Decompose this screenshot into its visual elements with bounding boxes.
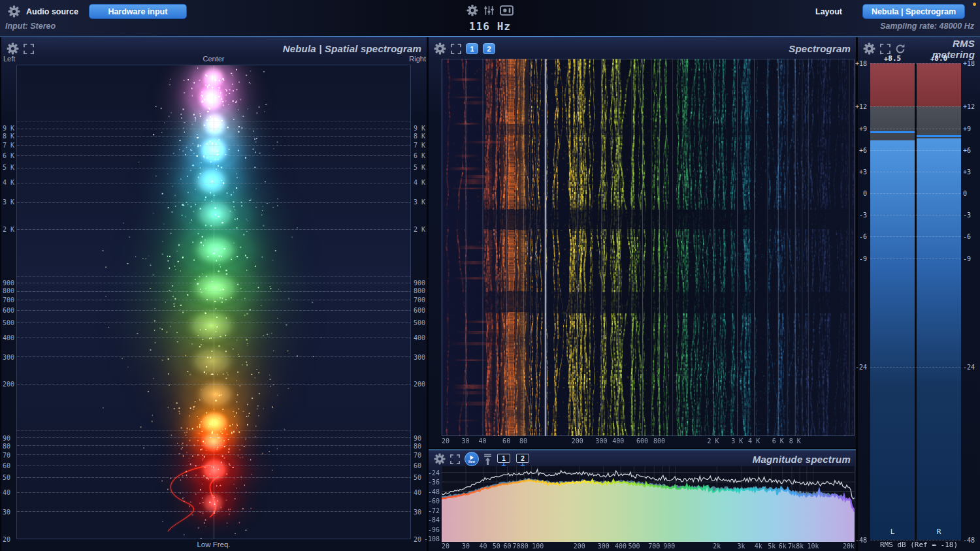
rms-caption: RMS dB (Ref = -18) — [858, 541, 980, 549]
spatial-title: Nebula | Spatial spectrogram — [39, 43, 421, 54]
spatial-freq-tick-label: 600 — [3, 307, 14, 314]
magnitude-freq-tick-label: 50 — [493, 543, 500, 550]
magnitude-fullscreen-icon[interactable] — [450, 454, 460, 464]
magnitude-freq-tick-label: 40 — [479, 543, 487, 550]
magnitude-area — [442, 480, 855, 542]
rms-scale-tick-label: +18 — [963, 60, 975, 67]
audio-source-label: Audio source — [26, 7, 78, 16]
rms-meter-gridline — [870, 236, 961, 237]
spatial-freq-tick-label: 70 — [3, 451, 10, 458]
spatial-freq-tick-label: 40 — [3, 489, 10, 496]
spatial-freq-tick-label: 7 K — [3, 141, 14, 148]
spatial-ticks-left: 9 K8 K7 K6 K5 K4 K3 K2 K9008007006005004… — [1, 65, 16, 539]
pan-right-label: Right — [409, 55, 426, 63]
rms-meter-gridline — [870, 63, 961, 64]
spatial-plot[interactable] — [16, 65, 411, 539]
spatial-freq-tick-label: 80 — [414, 442, 421, 449]
pan-labels: Left Center Right — [1, 55, 427, 64]
layout-selector-button[interactable]: Nebula | Spectrogram — [862, 4, 965, 19]
rms-scale-tick-label: +12 — [963, 103, 975, 110]
magnitude-db-tick-label: -108 — [424, 535, 440, 543]
magnitude-freq-tick-label: 10k — [808, 543, 819, 550]
spectrogram-freq-tick-label: 200 — [572, 437, 583, 445]
spatial-freq-tick-label: 20 — [414, 536, 421, 543]
spatial-fullscreen-icon[interactable] — [24, 44, 34, 54]
top-bar: Audio source Hardware input Input: Stere… — [0, 0, 980, 36]
rms-scale-tick-label: 0 — [963, 190, 967, 197]
magnitude-freq-tick-label: 7k — [788, 543, 796, 550]
spatial-freq-tick-label: 4 K — [414, 179, 425, 186]
spatial-freq-tick-label: 9 K — [414, 124, 425, 131]
rms-meter-gridline — [870, 150, 961, 151]
spatial-freq-tick-label: 6 K — [3, 151, 14, 159]
spectrogram-title: Spectrogram — [500, 43, 851, 54]
rms-scale-tick-label: -9 — [859, 255, 867, 262]
magnitude-freq-tick-label: 5k — [768, 543, 776, 550]
spatial-freq-tick-label: 60 — [414, 462, 421, 469]
magnitude-freq-tick-label: 70 — [513, 543, 521, 550]
spatial-freq-tick-label: 300 — [414, 353, 425, 360]
rms-scale-tick-label: -9 — [963, 255, 971, 262]
spatial-freq-tick-label: 50 — [414, 474, 421, 481]
rms-scale-tick-label: -24 — [855, 363, 867, 370]
magnitude-settings-gear-icon[interactable] — [434, 453, 446, 465]
spatial-freq-tick-label: 500 — [414, 319, 425, 326]
magnitude-db-tick-label: -72 — [428, 507, 440, 514]
spatial-freq-tick-label: 70 — [414, 451, 421, 458]
audio-source-settings-gear-icon[interactable] — [8, 5, 20, 18]
rms-settings-gear-icon[interactable] — [863, 42, 875, 55]
spatial-settings-gear-icon[interactable] — [7, 42, 19, 55]
spectrogram-slot-1-button[interactable]: 1 — [466, 43, 478, 54]
spatial-freq-tick-label: 500 — [3, 319, 14, 326]
rms-scale-tick-label: +9 — [963, 125, 971, 132]
spatial-freq-tick-label: 700 — [414, 296, 425, 304]
spectrogram-canvas — [442, 59, 855, 436]
magnitude-freq-axis: 203040506070801002003004005007009002k3k4… — [442, 543, 855, 551]
meter-rms-fill — [870, 140, 915, 540]
spatial-freq-tick-label: 8 K — [3, 132, 14, 139]
settings-gear-icon[interactable] — [466, 5, 478, 16]
live-play-button[interactable]: live — [465, 452, 479, 466]
rms-meter-right: R — [917, 63, 961, 540]
spectrogram-plot[interactable] — [442, 59, 855, 436]
rms-scale-tick-label: +12 — [855, 103, 867, 110]
spectrogram-slot-2-button[interactable]: 2 — [483, 43, 495, 54]
hardware-input-button[interactable]: Hardware input — [89, 4, 187, 19]
magnitude-plot[interactable] — [442, 466, 855, 542]
spectrogram-freq-tick-label: 30 — [462, 437, 470, 445]
spatial-freq-tick-label: 4 K — [3, 179, 14, 186]
peak-reset-arrow-icon[interactable] — [483, 454, 492, 465]
rms-channel-left-label: L — [870, 527, 915, 536]
spectrogram-fullscreen-icon[interactable] — [451, 44, 461, 54]
spatial-freq-tick-label: 7 K — [414, 141, 425, 148]
rms-scale-tick-label: +6 — [859, 146, 867, 153]
rms-scale-tick-label: +3 — [963, 168, 971, 175]
rms-reset-refresh-icon[interactable] — [895, 44, 906, 54]
meter-red-zone — [917, 63, 961, 106]
rms-meters[interactable]: L R — [870, 63, 961, 540]
magnitude-freq-tick-label: 100 — [532, 543, 544, 550]
spatial-freq-tick-label: 900 — [3, 279, 14, 287]
magnitude-db-tick-label: -36 — [428, 479, 440, 486]
spectrogram-settings-gear-icon[interactable] — [434, 42, 446, 55]
layout-label: Layout — [815, 7, 842, 16]
spatial-freq-tick-label: 300 — [3, 353, 14, 360]
rms-scale-tick-label: -6 — [859, 233, 867, 240]
global-controls — [466, 5, 514, 16]
mixer-sliders-icon[interactable] — [483, 5, 495, 16]
audio-source-group: Audio source Hardware input — [8, 4, 187, 19]
spatial-freq-tick-label: 90 — [414, 434, 421, 441]
magnitude-spectrum-svg — [442, 466, 855, 542]
spatial-freq-tick-label: 700 — [3, 296, 14, 304]
spectrogram-freq-tick-label: 3 K — [731, 437, 743, 445]
magnitude-freq-tick-label: 4k — [755, 543, 762, 550]
magnitude-freq-tick-label: 80 — [521, 543, 529, 550]
layout-group: Layout Nebula | Spectrogram — [815, 4, 965, 19]
magnitude-freq-tick-label: 30 — [462, 543, 470, 550]
rms-fullscreen-icon[interactable] — [880, 44, 890, 54]
spatial-freq-tick-label: 5 K — [414, 164, 425, 171]
io-routing-icon[interactable] — [500, 5, 514, 16]
meter-rms-value-line — [917, 135, 961, 137]
rms-meter-gridline — [870, 193, 961, 194]
spectrogram-freq-tick-label: 400 — [612, 437, 624, 445]
